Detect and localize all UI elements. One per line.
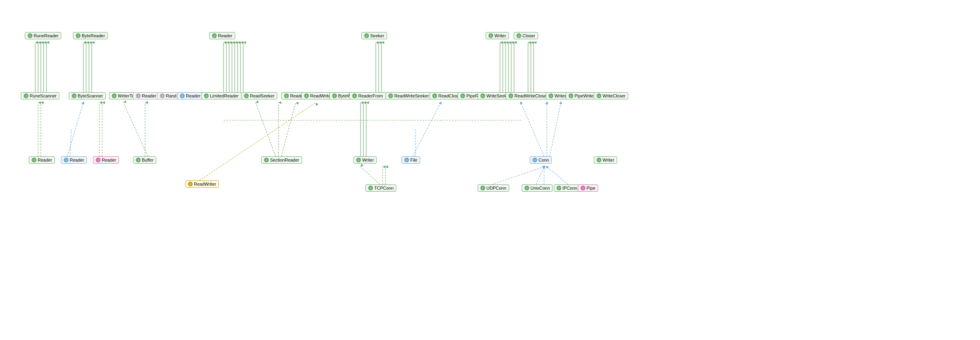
diagram-canvas: i RuneReader i ByteReader i Reader i See… [0, 0, 980, 340]
node-pipe: i Pipe [578, 184, 598, 192]
svg-line-37 [413, 103, 441, 156]
svg-line-45 [547, 167, 568, 184]
svg-line-53 [70, 128, 71, 156]
node-conn: i Conn [530, 156, 552, 164]
node-icon-readwriter-bot: i [188, 182, 193, 186]
node-buffer: i Buffer [133, 156, 156, 164]
node-icon-reader-top: i [212, 33, 217, 38]
svg-line-51 [123, 103, 148, 156]
node-icon-buffer: i [136, 158, 141, 162]
node-icon-readwritecloser: i [508, 93, 513, 98]
svg-line-39 [361, 167, 380, 184]
node-reader-mid-gray: i Reader [133, 92, 159, 99]
node-icon-sectionreader: i [264, 158, 269, 162]
svg-line-49 [200, 103, 316, 180]
node-rand: i Rand [157, 92, 179, 99]
svg-line-43 [536, 167, 544, 184]
node-icon-readerat: i [284, 93, 289, 98]
node-reader-top: i Reader [209, 32, 235, 39]
node-runescanner: i RuneScanner [21, 92, 59, 99]
node-icon-reader-mid-gray: i [136, 93, 141, 98]
node-readwriteseeker: i ReadWriteSeeker [385, 92, 432, 99]
node-icon-pipewriter: i [569, 93, 573, 98]
node-icon-bytereader: i [76, 33, 81, 38]
node-icon-closer: i [516, 33, 521, 38]
node-icon-tcpconn: i [368, 186, 373, 190]
node-writer-bot: i Writer [353, 156, 377, 164]
node-icon-readwriter: i [304, 93, 309, 98]
node-icon-limitedreader: i [204, 93, 209, 98]
node-reader-bot-pink: i Reader [93, 156, 119, 164]
node-writer-top: i Writer [486, 32, 509, 39]
arrows-svg [0, 0, 980, 340]
node-runereader: i RuneReader [25, 32, 61, 39]
node-readwritecloser: i ReadWriteCloser [506, 92, 551, 99]
node-icon-ipconn: i [557, 186, 561, 190]
node-icon-readerfrom: i [352, 93, 357, 98]
node-reader-bot-green: i Reader [29, 156, 55, 164]
node-bytescanner: i ByteScanner [69, 92, 106, 99]
node-icon-readseeker: i [244, 93, 249, 98]
node-writer-far: i Writer [594, 156, 617, 164]
node-sectionreader: i SectionReader [261, 156, 302, 164]
svg-line-48 [281, 103, 296, 156]
node-icon-pipereader: i [460, 93, 465, 98]
node-writecloser: i WriteCloser [594, 92, 628, 99]
node-icon-reader-bot-green: i [32, 158, 36, 162]
node-icon-runescanner: i [24, 93, 28, 98]
node-file: i File [401, 156, 420, 164]
svg-line-46 [256, 103, 276, 156]
node-icon-reader-mid-blue: i [180, 93, 185, 98]
node-icon-writerto: i [112, 93, 117, 98]
node-closer: i Closer [514, 32, 538, 39]
node-seeker: i Seeker [361, 32, 387, 39]
node-icon-writer-far: i [597, 158, 601, 162]
node-readseeker: i ReadSeeker [241, 92, 277, 99]
node-icon-readwriteseeker: i [388, 93, 393, 98]
node-icon-readcloser: i [432, 93, 437, 98]
node-reader-mid-blue: i Reader [177, 92, 203, 99]
node-reader-bot-blue: i Reader [61, 156, 87, 164]
node-icon-seeker: i [364, 33, 369, 38]
svg-line-52 [67, 103, 83, 156]
node-udpconn: i UDPConn [478, 184, 509, 192]
node-limitedreader: i LimitedReader [201, 92, 242, 99]
node-icon-runereader: i [28, 33, 32, 38]
node-icon-conn: i [532, 158, 537, 162]
node-icon-file: i [404, 158, 409, 162]
node-icon-writecloser: i [597, 93, 601, 98]
node-tcpconn: i TCPConn [365, 184, 396, 192]
node-icon-writer-top: i [488, 33, 493, 38]
node-readerfrom: i ReaderFrom [349, 92, 386, 99]
node-pipewriter: i PipeWriter [566, 92, 598, 99]
node-icon-unixconn: i [524, 186, 529, 190]
node-icon-rand: i [160, 93, 165, 98]
node-bytereader: i ByteReader [73, 32, 108, 39]
node-icon-bytewriter: i [332, 93, 337, 98]
node-readwriter-bot: i ReadWriter [185, 180, 219, 188]
node-icon-writer-bot: i [356, 158, 361, 162]
node-icon-bytescanner: i [72, 93, 77, 98]
node-icon-udpconn: i [480, 186, 485, 190]
node-icon-reader-bot-pink: i [96, 158, 101, 162]
node-ipconn: i IPConn [554, 184, 580, 192]
node-icon-writeseeker: i [480, 93, 485, 98]
node-icon-writerat: i [548, 93, 553, 98]
node-icon-reader-bot-blue: i [64, 158, 69, 162]
node-icon-pipe: i [581, 186, 585, 190]
svg-line-42 [492, 167, 544, 184]
node-unixconn: i UnixConn [522, 184, 553, 192]
svg-line-36 [550, 103, 561, 156]
svg-line-34 [521, 103, 544, 156]
